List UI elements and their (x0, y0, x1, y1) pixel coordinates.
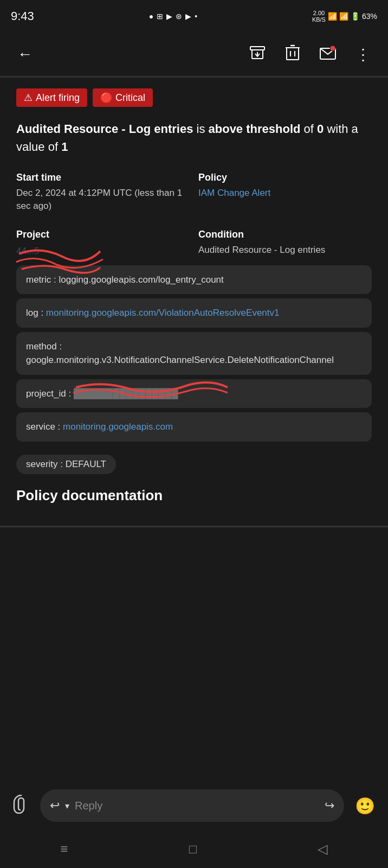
service-card: service : monitoring.googleapis.com (16, 412, 372, 442)
alert-firing-badge: ⚠ Alert firing (16, 88, 87, 107)
project-id-card: project_id : ████████████████ (16, 379, 372, 409)
signal-icon: 📶 (339, 12, 348, 21)
emoji-button[interactable]: 🙂 (351, 792, 379, 820)
alert-title-text1: is (193, 122, 208, 136)
project-redacted: 44...5 (16, 246, 40, 257)
policy-block: Policy IAM Change Alert (198, 172, 372, 213)
battery-percent: 63% (362, 12, 377, 21)
start-time-label: Start time (16, 172, 190, 183)
metric-text: metric : logging.googleapis.com/log_entr… (26, 275, 224, 285)
alert-firing-label: Alert firing (36, 92, 80, 104)
archive-button[interactable] (245, 40, 270, 69)
yt2-icon: ▶ (185, 12, 191, 21)
alert-title-bold3: 0 (317, 122, 324, 136)
alert-firing-icon: ⚠ (24, 92, 33, 104)
mark-unread-button[interactable] (315, 41, 340, 68)
bottom-action-bar: ↩ ▾ Reply ↪ 🙂 (0, 781, 388, 830)
alert-critical-icon: 🔴 (100, 92, 112, 104)
reply-text-placeholder[interactable]: Reply (75, 800, 319, 812)
android-back-button[interactable]: ◁ (318, 841, 327, 857)
reply-pill[interactable]: ↩ ▾ Reply ↪ (40, 789, 344, 822)
alert-title: Audited Resource - Log entries is above … (16, 120, 372, 156)
start-time-block: Start time Dec 2, 2024 at 4:12PM UTC (le… (16, 172, 190, 213)
severity-container: severity : DEFAULT (16, 455, 372, 474)
condition-block: Condition Audited Resource - Log entries (198, 229, 372, 257)
android-nav-bar: ≡ □ ◁ (0, 830, 388, 868)
project-id-value: ████████████████ (74, 388, 178, 399)
start-time-value: Dec 2, 2024 at 4:12PM UTC (less than 1 s… (16, 187, 190, 213)
content-bottom-border (0, 526, 388, 527)
status-right: 2.00KB/S 📶 📶 🔋 63% (312, 10, 377, 23)
project-label: Project (16, 229, 190, 240)
media-icon: ⊛ (176, 12, 182, 21)
status-icons: ● ⊞ ▶ ⊛ ▶ • (149, 12, 197, 21)
alert-title-bold2: above threshold (209, 122, 301, 136)
speed-indicator: 2.00KB/S (312, 10, 326, 23)
dot-icon: • (195, 12, 197, 21)
nav-icons-right: ⋮ (245, 40, 375, 69)
policy-link[interactable]: IAM Change Alert (198, 188, 270, 198)
svg-point-9 (330, 46, 335, 51)
email-scroll-area[interactable]: ⚠ Alert firing 🔴 Critical Audited Resour… (0, 76, 388, 781)
status-bar: 9:43 ● ⊞ ▶ ⊛ ▶ • 2.00KB/S 📶 📶 🔋 63% (0, 0, 388, 33)
attach-button[interactable] (9, 790, 34, 822)
condition-value: Audited Resource - Log entries (198, 244, 372, 257)
sim-icon: ● (149, 12, 153, 21)
alert-critical-label: Critical (115, 92, 145, 104)
project-value-text: 44...5 (16, 246, 40, 256)
policy-value: IAM Change Alert (198, 187, 372, 200)
detail-cards: metric : logging.googleapis.com/log_entr… (16, 265, 372, 442)
email-content: ⚠ Alert firing 🔴 Critical Audited Resour… (0, 78, 388, 526)
grid-icon: ⊞ (157, 12, 163, 21)
alert-critical-badge: 🔴 Critical (93, 88, 153, 107)
service-prefix: service : (26, 422, 63, 432)
project-condition-grid: Project 44...5 Condition Audited Resourc… (16, 229, 372, 257)
reply-dropdown-icon[interactable]: ▾ (65, 801, 69, 811)
service-link[interactable]: monitoring.googleapis.com (63, 422, 173, 432)
policy-docs-title: Policy documentation (16, 487, 372, 515)
wifi-icon: 📶 (328, 12, 337, 21)
android-menu-button[interactable]: ≡ (61, 841, 68, 857)
delete-button[interactable] (281, 40, 305, 69)
svg-rect-3 (287, 48, 299, 60)
forward-icon: ↪ (325, 799, 334, 813)
log-card: log : monitoring.googleapis.com/Violatio… (16, 298, 372, 328)
method-card: method : google.monitoring.v3.Notificati… (16, 332, 372, 375)
metric-card: metric : logging.googleapis.com/log_entr… (16, 265, 372, 295)
condition-label: Condition (198, 229, 372, 240)
policy-label: Policy (198, 172, 372, 183)
alert-title-bold1: Audited Resource - Log entries (16, 122, 193, 136)
project-block: Project 44...5 (16, 229, 190, 257)
battery-icon: 🔋 (351, 12, 360, 21)
reply-icon: ↩ (50, 799, 60, 813)
log-link[interactable]: monitoring.googleapis.com/ViolationAutoR… (46, 308, 280, 318)
status-time: 9:43 (11, 9, 34, 23)
severity-badge: severity : DEFAULT (16, 455, 116, 474)
yt-icon: ▶ (166, 12, 172, 21)
android-home-button[interactable]: □ (189, 841, 197, 857)
alert-title-bold4: 1 (61, 140, 68, 154)
alert-title-text2: of (300, 122, 317, 136)
info-grid: Start time Dec 2, 2024 at 4:12PM UTC (le… (16, 172, 372, 213)
alert-badges: ⚠ Alert firing 🔴 Critical (16, 88, 372, 107)
more-options-button[interactable]: ⋮ (351, 41, 375, 68)
nav-bar: ← ⋮ (0, 33, 388, 76)
method-text: method : google.monitoring.v3.Notificati… (26, 341, 334, 366)
log-prefix: log : (26, 308, 46, 318)
project-id-prefix: project_id : (26, 388, 74, 399)
back-button[interactable]: ← (13, 41, 37, 67)
